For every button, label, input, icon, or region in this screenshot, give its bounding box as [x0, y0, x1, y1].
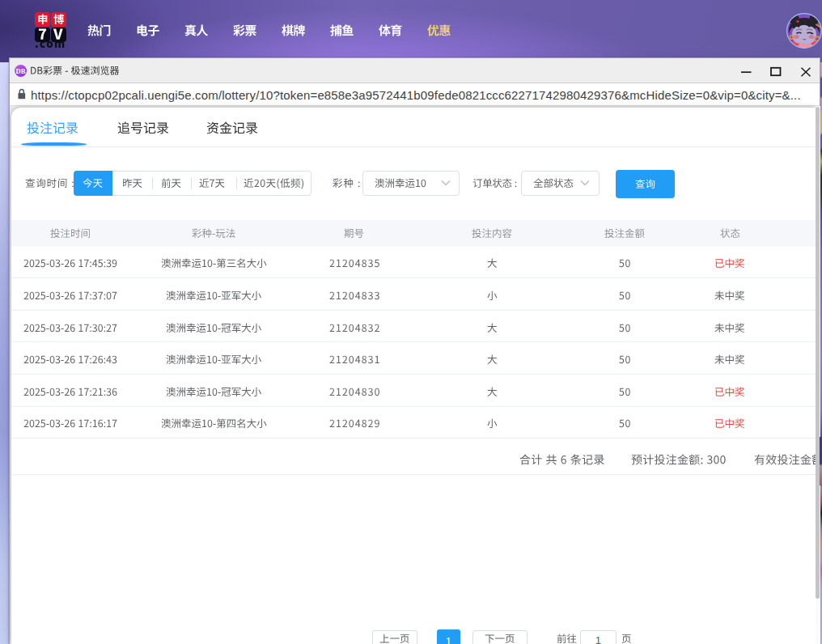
- svg-text:DB: DB: [15, 67, 25, 75]
